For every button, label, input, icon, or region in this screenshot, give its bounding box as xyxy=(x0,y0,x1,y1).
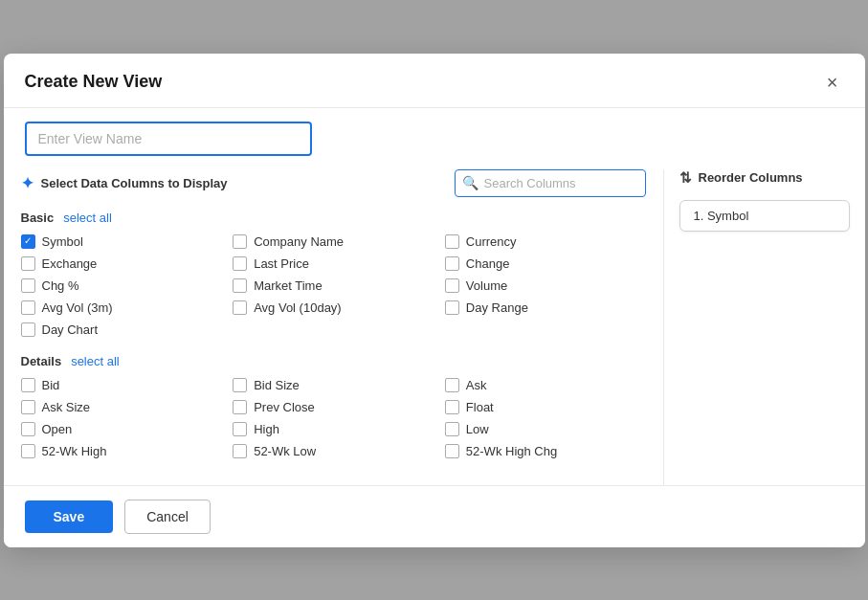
basic-col-item-change[interactable]: Change xyxy=(445,256,646,271)
close-button[interactable]: × xyxy=(821,71,844,94)
col-label-last_price: Last Price xyxy=(254,256,309,271)
checkbox-company_name[interactable] xyxy=(233,234,247,249)
details-col-item-52wk_high[interactable]: 52-Wk High xyxy=(21,444,222,458)
checkbox-day_range[interactable] xyxy=(445,300,459,315)
col-label-bid: Bid xyxy=(42,378,60,392)
reorder-title: Reorder Columns xyxy=(699,170,803,185)
checkbox-prev_close[interactable] xyxy=(233,400,247,414)
details-col-item-high[interactable]: High xyxy=(233,422,434,436)
checkbox-currency[interactable] xyxy=(445,234,459,249)
basic-col-item-day_chart[interactable]: Day Chart xyxy=(21,322,222,337)
checkbox-ask[interactable] xyxy=(445,378,459,392)
details-section-header: Details select all xyxy=(21,354,646,368)
basic-col-item-market_time[interactable]: Market Time xyxy=(233,278,434,293)
columns-panel: ✦ Select Data Columns to Display 🔍 Basic… xyxy=(4,169,664,485)
checkbox-change[interactable] xyxy=(445,256,459,271)
checkbox-symbol[interactable] xyxy=(21,234,35,249)
create-view-modal: Create New View × ✦ Select Data Columns … xyxy=(4,54,865,547)
col-label-prev_close: Prev Close xyxy=(254,400,315,414)
checkbox-exchange[interactable] xyxy=(21,256,35,271)
checkbox-52wk_high[interactable] xyxy=(21,444,35,458)
details-col-item-ask[interactable]: Ask xyxy=(445,378,646,392)
col-label-52wk_low: 52-Wk Low xyxy=(254,444,316,458)
checkbox-avg_vol_10day[interactable] xyxy=(233,300,247,315)
col-label-market_time: Market Time xyxy=(254,278,323,293)
checkbox-last_price[interactable] xyxy=(233,256,247,271)
basic-col-item-avg_vol_10day[interactable]: Avg Vol (10day) xyxy=(233,300,434,315)
save-button[interactable]: Save xyxy=(25,500,114,533)
basic-col-item-company_name[interactable]: Company Name xyxy=(233,234,434,249)
col-label-volume: Volume xyxy=(466,278,507,293)
modal-footer: Save Cancel xyxy=(4,485,865,547)
columns-scroll-area: Basic select all SymbolCompany NameCurre… xyxy=(4,207,663,485)
checkbox-high[interactable] xyxy=(233,422,247,436)
checkbox-bid[interactable] xyxy=(21,378,35,392)
col-label-currency: Currency xyxy=(466,234,517,249)
reorder-icon: ⇅ xyxy=(679,169,692,187)
sparkle-icon: ✦ xyxy=(21,174,33,192)
col-label-day_range: Day Range xyxy=(466,300,528,315)
details-select-all-link[interactable]: select all xyxy=(71,354,120,368)
basic-select-all-link[interactable]: select all xyxy=(63,211,112,225)
col-label-change: Change xyxy=(466,256,510,271)
col-label-float: Float xyxy=(466,400,494,414)
checkbox-ask_size[interactable] xyxy=(21,400,35,414)
col-label-52wk_high: 52-Wk High xyxy=(42,444,107,458)
checkbox-day_chart[interactable] xyxy=(21,322,35,337)
basic-col-item-avg_vol_3m[interactable]: Avg Vol (3m) xyxy=(21,300,222,315)
checkbox-open[interactable] xyxy=(21,422,35,436)
details-col-item-52wk_low[interactable]: 52-Wk Low xyxy=(233,444,434,458)
basic-col-item-last_price[interactable]: Last Price xyxy=(233,256,434,271)
search-columns-wrap: 🔍 xyxy=(455,169,646,197)
basic-col-item-exchange[interactable]: Exchange xyxy=(21,256,222,271)
details-col-item-bid[interactable]: Bid xyxy=(21,378,222,392)
checkbox-float[interactable] xyxy=(445,400,459,414)
basic-section-label: Basic xyxy=(21,211,55,225)
modal-overlay: Create New View × ✦ Select Data Columns … xyxy=(0,0,868,600)
basic-col-item-volume[interactable]: Volume xyxy=(445,278,646,293)
columns-title-label: Select Data Columns to Display xyxy=(41,176,228,190)
reorder-list: 1. Symbol xyxy=(679,200,850,237)
checkbox-avg_vol_3m[interactable] xyxy=(21,300,35,315)
basic-section-header: Basic select all xyxy=(21,211,646,225)
col-label-52wk_high_chg: 52-Wk High Chg xyxy=(466,444,557,458)
basic-col-item-chg_pct[interactable]: Chg % xyxy=(21,278,222,293)
reorder-item[interactable]: 1. Symbol xyxy=(679,200,850,232)
col-label-day_chart: Day Chart xyxy=(42,322,99,337)
view-name-input[interactable] xyxy=(25,122,312,156)
basic-col-item-day_range[interactable]: Day Range xyxy=(445,300,646,315)
col-label-ask: Ask xyxy=(466,378,487,392)
cancel-button[interactable]: Cancel xyxy=(124,500,211,534)
details-columns-grid: BidBid SizeAskAsk SizePrev CloseFloatOpe… xyxy=(21,378,646,458)
reorder-header: ⇅ Reorder Columns xyxy=(679,169,850,187)
details-col-item-prev_close[interactable]: Prev Close xyxy=(233,400,434,414)
checkbox-market_time[interactable] xyxy=(233,278,247,293)
checkbox-low[interactable] xyxy=(445,422,459,436)
col-label-high: High xyxy=(254,422,279,436)
basic-col-item-currency[interactable]: Currency xyxy=(445,234,646,249)
columns-panel-title: ✦ Select Data Columns to Display xyxy=(21,174,228,192)
search-columns-input[interactable] xyxy=(455,169,646,197)
details-col-item-float[interactable]: Float xyxy=(445,400,646,414)
checkbox-52wk_low[interactable] xyxy=(233,444,247,458)
checkbox-bid_size[interactable] xyxy=(233,378,247,392)
col-label-low: Low xyxy=(466,422,489,436)
details-col-item-52wk_high_chg[interactable]: 52-Wk High Chg xyxy=(445,444,646,458)
col-label-avg_vol_3m: Avg Vol (3m) xyxy=(42,300,113,315)
details-col-item-open[interactable]: Open xyxy=(21,422,222,436)
col-label-exchange: Exchange xyxy=(42,256,98,271)
modal-body: ✦ Select Data Columns to Display 🔍 Basic… xyxy=(4,156,865,485)
checkbox-volume[interactable] xyxy=(445,278,459,293)
modal-header: Create New View × xyxy=(4,54,865,108)
details-col-item-low[interactable]: Low xyxy=(445,422,646,436)
checkbox-chg_pct[interactable] xyxy=(21,278,35,293)
details-col-item-bid_size[interactable]: Bid Size xyxy=(233,378,434,392)
columns-panel-header: ✦ Select Data Columns to Display 🔍 xyxy=(4,169,663,207)
checkbox-52wk_high_chg[interactable] xyxy=(445,444,459,458)
col-label-avg_vol_10day: Avg Vol (10day) xyxy=(254,300,342,315)
details-col-item-ask_size[interactable]: Ask Size xyxy=(21,400,222,414)
details-section-label: Details xyxy=(21,354,62,368)
basic-col-item-symbol[interactable]: Symbol xyxy=(21,234,222,249)
col-label-bid_size: Bid Size xyxy=(254,378,300,392)
col-label-company_name: Company Name xyxy=(254,234,344,249)
